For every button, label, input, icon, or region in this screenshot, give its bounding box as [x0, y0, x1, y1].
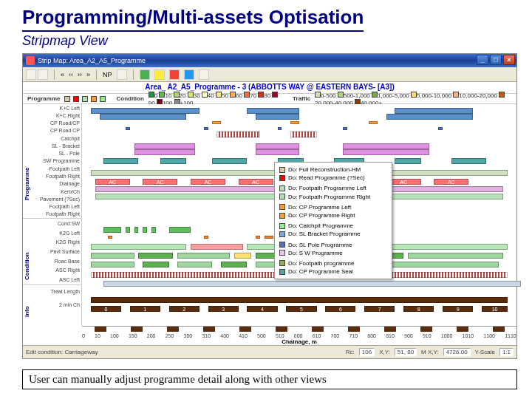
maximize-button[interactable]: □	[490, 55, 502, 65]
segment[interactable]	[221, 262, 247, 267]
toolbar-btn[interactable]	[199, 69, 209, 80]
status-xy-value: 51, 80	[395, 348, 417, 356]
segment[interactable]: 9	[443, 306, 473, 312]
popup-item[interactable]: Do: S W Programme	[279, 249, 387, 257]
toolbar-btn[interactable]	[38, 69, 48, 80]
popup-item[interactable]: Do: Footpath Programme Right	[279, 193, 387, 201]
legend-traffic-label: Traffic	[293, 95, 310, 102]
segment[interactable]	[177, 253, 230, 259]
y-row-label: Pavt Surface	[23, 249, 81, 254]
segment[interactable]	[91, 297, 508, 303]
window-titlebar[interactable]: Strip Map: Area_A2_A5_Programme _ □ ×	[23, 54, 516, 67]
segment[interactable]	[138, 253, 173, 259]
segment[interactable]: AC	[434, 179, 468, 185]
segment[interactable]: 4	[247, 306, 277, 312]
segment[interactable]	[212, 121, 221, 124]
segment[interactable]	[408, 253, 503, 259]
segment[interactable]	[343, 127, 347, 130]
segment[interactable]	[177, 262, 212, 267]
data-track[interactable]: 012345678910	[82, 305, 516, 313]
plot-area[interactable]: ACACACACACACACAC012345678910 Do: Full Re…	[82, 104, 516, 326]
segment[interactable]	[191, 244, 243, 250]
segment[interactable]	[212, 158, 247, 164]
segment[interactable]	[256, 149, 299, 155]
segment[interactable]: 0	[91, 306, 121, 312]
segment[interactable]	[234, 253, 252, 259]
segment[interactable]	[265, 236, 273, 239]
segment[interactable]	[91, 262, 134, 267]
minimize-button[interactable]: _	[477, 55, 488, 65]
nav-last[interactable]: »	[86, 71, 90, 78]
data-track[interactable]	[82, 280, 516, 287]
toolbar-btn[interactable]	[26, 69, 36, 80]
segment[interactable]	[134, 227, 139, 233]
segment[interactable]: AC	[95, 179, 130, 185]
popup-item[interactable]: Do: CP Programme Seal	[279, 267, 387, 276]
segment[interactable]: 3	[208, 306, 239, 312]
segment[interactable]	[151, 227, 156, 233]
print-icon[interactable]	[117, 69, 127, 80]
segment[interactable]: 1	[130, 306, 160, 312]
segment[interactable]	[378, 262, 499, 267]
x-tick: 1000	[441, 333, 453, 338]
segment[interactable]: 8	[403, 306, 434, 312]
context-popup[interactable]: Do: Full Reconstruction-HMDo: Read Progr…	[274, 162, 392, 279]
segment[interactable]	[91, 244, 186, 250]
x-tick: 600	[294, 333, 303, 338]
segment[interactable]: 10	[482, 306, 508, 312]
data-track[interactable]	[82, 296, 516, 304]
segment[interactable]: AC	[143, 179, 177, 185]
segment[interactable]	[160, 158, 186, 164]
segment[interactable]	[256, 236, 260, 239]
popup-item[interactable]: Do: SL Bracket Programme	[279, 230, 387, 238]
segment[interactable]	[278, 127, 282, 130]
toolbar-btn[interactable]	[140, 69, 150, 80]
segment[interactable]	[395, 158, 420, 164]
close-button[interactable]: ×	[503, 55, 515, 65]
popup-item[interactable]: Do: Footpath Programme Left	[279, 184, 387, 192]
segment[interactable]: 6	[325, 306, 355, 312]
segment[interactable]	[369, 121, 378, 124]
segment[interactable]: 2	[169, 306, 200, 312]
segment[interactable]	[126, 127, 130, 130]
segment[interactable]	[103, 158, 138, 164]
segment[interactable]	[204, 236, 208, 239]
segment[interactable]	[91, 253, 134, 259]
data-track[interactable]	[82, 149, 516, 156]
segment[interactable]	[290, 121, 299, 124]
segment[interactable]	[343, 149, 430, 155]
nav-prev[interactable]: ‹‹	[69, 71, 73, 78]
segment[interactable]	[126, 227, 130, 233]
segment[interactable]	[143, 262, 168, 267]
segment[interactable]: AC	[239, 179, 273, 185]
segment[interactable]	[103, 227, 121, 233]
segment[interactable]	[103, 281, 520, 287]
segment[interactable]	[143, 227, 147, 233]
popup-item[interactable]: Do: Full Reconstruction-HM	[279, 166, 387, 174]
segment[interactable]	[134, 149, 195, 155]
segment[interactable]	[108, 236, 112, 239]
y-row-label: CP Road CP	[23, 128, 81, 133]
segment[interactable]: 7	[364, 306, 395, 312]
segment[interactable]: AC	[191, 179, 225, 185]
segment[interactable]: 5	[286, 306, 316, 312]
x-tick: 1010	[463, 333, 474, 338]
toolbar-btn[interactable]	[154, 69, 165, 80]
popup-item[interactable]: Do: Catchpit Programme	[279, 222, 387, 230]
toolbar-btn[interactable]	[169, 69, 180, 80]
segment[interactable]	[386, 244, 508, 250]
popup-item[interactable]: Do: SL Pole Programme	[279, 241, 387, 249]
nav-first[interactable]: «	[61, 71, 64, 78]
segment[interactable]	[451, 158, 486, 164]
y-group-info: Info	[24, 295, 30, 317]
segment[interactable]	[438, 127, 443, 130]
chart-icon[interactable]	[184, 69, 194, 80]
popup-item[interactable]: Do: CP Programme Right	[279, 211, 387, 219]
legend-bar: Programme Condition 0 10 20 30 40 50 60 …	[23, 94, 516, 104]
nav-next[interactable]: ››	[78, 71, 82, 78]
popup-item[interactable]: Do: Read Programme (?Sec)	[279, 174, 387, 182]
segment[interactable]	[169, 227, 191, 233]
segment[interactable]	[204, 127, 208, 130]
popup-item[interactable]: Do: CP Programme Left	[279, 203, 387, 211]
popup-item[interactable]: Do: Footpath programme	[279, 259, 387, 267]
